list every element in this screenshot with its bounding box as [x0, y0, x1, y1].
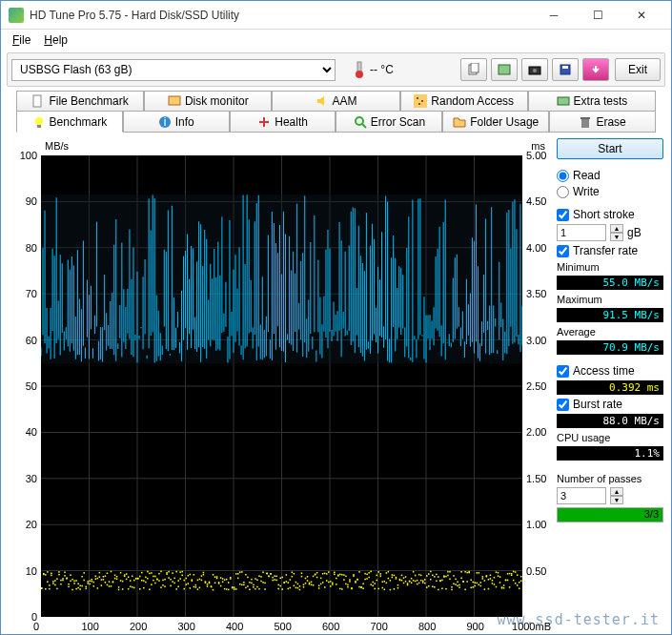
screenshot-button[interactable]: [521, 58, 548, 81]
svg-rect-122: [118, 586, 120, 588]
svg-rect-188: [181, 575, 183, 577]
svg-rect-180: [173, 578, 175, 580]
svg-point-13: [421, 100, 423, 102]
svg-rect-528: [509, 586, 511, 588]
svg-rect-421: [405, 576, 407, 578]
svg-rect-56: [54, 584, 56, 586]
svg-rect-146: [141, 572, 143, 574]
copy-screenshot-button[interactable]: [491, 58, 518, 81]
svg-rect-408: [394, 575, 396, 577]
svg-rect-494: [477, 572, 479, 574]
read-radio[interactable]: Read: [557, 169, 663, 182]
svg-rect-96: [93, 585, 95, 587]
access-time-check[interactable]: Access time: [557, 364, 663, 378]
minimize-button[interactable]: ─: [532, 2, 576, 29]
svg-rect-473: [455, 584, 457, 585]
svg-rect-399: [384, 588, 386, 590]
svg-rect-195: [188, 575, 190, 577]
svg-rect-354: [341, 588, 343, 590]
svg-rect-176: [170, 585, 172, 587]
start-button[interactable]: Start: [557, 138, 663, 159]
svg-rect-521: [501, 587, 503, 589]
svg-rect-199: [192, 581, 193, 583]
short-stroke-spinner[interactable]: ▲▼: [610, 224, 623, 241]
svg-rect-144: [139, 576, 141, 578]
svg-rect-277: [266, 572, 268, 574]
transfer-check[interactable]: Transfer rate: [557, 244, 663, 257]
maximize-button[interactable]: ☐: [576, 2, 620, 29]
tab-health[interactable]: Health: [230, 112, 336, 133]
burst-rate-check[interactable]: Burst rate: [557, 398, 663, 411]
tab-disk-monitor[interactable]: Disk monitor: [144, 91, 272, 112]
svg-rect-369: [355, 582, 356, 584]
svg-rect-244: [235, 588, 237, 590]
svg-rect-203: [195, 586, 197, 588]
svg-rect-232: [224, 588, 226, 590]
copy-text-button[interactable]: [460, 58, 487, 81]
write-radio[interactable]: Write: [557, 185, 663, 198]
svg-rect-464: [447, 575, 449, 577]
svg-rect-84: [81, 576, 83, 578]
svg-rect-403: [388, 578, 390, 580]
tab-benchmark[interactable]: Benchmark: [16, 112, 123, 133]
svg-rect-181: [173, 583, 175, 584]
svg-rect-357: [343, 574, 345, 576]
svg-rect-534: [515, 571, 517, 573]
svg-rect-236: [228, 582, 230, 584]
close-button[interactable]: ✕: [620, 2, 663, 29]
load-button[interactable]: [582, 58, 609, 81]
svg-rect-83: [79, 584, 81, 586]
svg-rect-461: [443, 576, 445, 578]
svg-rect-488: [470, 587, 472, 589]
svg-rect-209: [201, 575, 203, 577]
tab-random-access[interactable]: Random Access: [400, 91, 528, 112]
svg-rect-284: [274, 575, 275, 577]
drive-select[interactable]: USBSG Flash (63 gB): [11, 59, 336, 81]
svg-rect-341: [328, 582, 330, 584]
svg-rect-428: [413, 580, 415, 582]
svg-rect-353: [339, 588, 341, 590]
tab-aam[interactable]: AAM: [272, 91, 399, 112]
save-button[interactable]: [552, 58, 579, 81]
short-stroke-check[interactable]: Short stroke: [557, 208, 663, 221]
svg-rect-286: [275, 580, 277, 582]
svg-rect-332: [320, 584, 322, 585]
random-icon: [414, 94, 427, 108]
svg-rect-410: [396, 577, 397, 579]
svg-rect-71: [68, 584, 70, 585]
svg-rect-264: [255, 588, 256, 590]
svg-rect-249: [239, 584, 241, 585]
svg-rect-394: [380, 573, 382, 575]
svg-rect-509: [490, 575, 492, 577]
tab-folder-usage[interactable]: Folder Usage: [442, 112, 549, 133]
y-tick: 90: [26, 195, 37, 207]
menu-help[interactable]: Help: [38, 31, 73, 49]
svg-rect-367: [353, 574, 355, 576]
svg-rect-228: [220, 585, 222, 587]
svg-rect-114: [111, 571, 112, 573]
tab-erase[interactable]: Erase: [549, 112, 656, 133]
svg-rect-417: [401, 580, 403, 582]
svg-rect-117: [112, 582, 114, 584]
svg-rect-530: [511, 573, 513, 575]
svg-rect-515: [496, 586, 498, 588]
tab-file-benchmark[interactable]: File Benchmark: [16, 91, 144, 112]
svg-rect-476: [458, 584, 460, 586]
svg-rect-505: [486, 575, 488, 577]
short-stroke-input[interactable]: [557, 224, 606, 241]
svg-rect-508: [490, 578, 492, 580]
svg-rect-258: [249, 589, 251, 591]
svg-rect-113: [109, 585, 111, 587]
svg-rect-119: [114, 575, 116, 577]
tab-extra-tests[interactable]: Extra tests: [528, 91, 656, 112]
tab-error-scan[interactable]: Error Scan: [336, 112, 442, 133]
passes-spinner[interactable]: ▲▼: [610, 487, 623, 504]
tab-info[interactable]: iInfo: [123, 112, 230, 133]
exit-button[interactable]: Exit: [615, 58, 661, 81]
svg-rect-184: [177, 586, 179, 588]
svg-rect-407: [392, 577, 394, 579]
svg-rect-474: [457, 585, 458, 587]
passes-input[interactable]: [557, 487, 606, 504]
menu-file[interactable]: File: [7, 31, 36, 49]
svg-rect-247: [237, 573, 239, 575]
